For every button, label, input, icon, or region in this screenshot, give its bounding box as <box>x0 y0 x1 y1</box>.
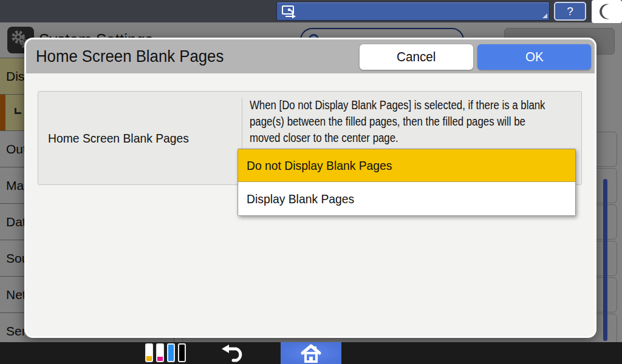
back-arrow-icon <box>220 344 248 362</box>
help-button[interactable]: ? <box>554 2 586 21</box>
option-do-not-display-blank-pages[interactable]: Do not Display Blank Pages <box>238 149 575 182</box>
setting-name: Home Screen Blank Pages <box>48 92 230 184</box>
ok-button-label: OK <box>525 49 544 65</box>
option-display-blank-pages[interactable]: Display Blank Pages <box>238 182 575 215</box>
cancel-button[interactable]: Cancel <box>360 44 473 70</box>
top-status-bar: ? <box>0 0 622 22</box>
description-line: When [Do not Display Blank Pages] is sel… <box>250 97 531 113</box>
setting-description: When [Do not Display Blank Pages] is sel… <box>250 97 585 146</box>
screen-switch-icon <box>281 4 298 20</box>
option-label: Display Blank Pages <box>247 192 354 206</box>
toner-level-indicator <box>145 343 186 362</box>
toner-yellow <box>145 343 153 362</box>
blank-pages-option-list: Do not Display Blank Pages Display Blank… <box>238 149 576 216</box>
ok-button[interactable]: OK <box>477 44 591 70</box>
description-line: moved closer to the center page. <box>250 130 531 146</box>
dialog-header: Home Screen Blank Pages Cancel OK <box>26 39 595 73</box>
device-screen: System Settings Disp D Out Mac Dat Sou N… <box>0 0 622 364</box>
screen-switch-button[interactable] <box>276 2 550 21</box>
home-icon <box>298 343 324 363</box>
cancel-button-label: Cancel <box>397 49 436 65</box>
toner-black <box>178 343 186 362</box>
dialog-title: Home Screen Blank Pages <box>36 39 224 73</box>
bottom-nav-bar <box>0 342 622 364</box>
crescent-moon-icon <box>598 2 616 21</box>
back-button[interactable] <box>213 342 255 364</box>
option-label: Do not Display Blank Pages <box>247 158 392 173</box>
home-screen-blank-pages-dialog: Home Screen Blank Pages Cancel OK Home S… <box>24 38 596 338</box>
toner-magenta <box>156 343 164 362</box>
toner-cyan <box>167 343 175 362</box>
sleep-mode-button[interactable] <box>592 0 622 23</box>
home-button[interactable] <box>281 342 341 364</box>
description-line: page(s) between the filled pages, then t… <box>250 113 531 130</box>
